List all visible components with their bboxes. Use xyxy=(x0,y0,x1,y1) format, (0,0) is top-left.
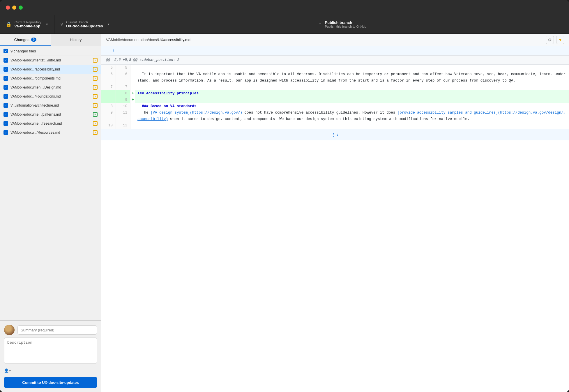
line-num-new: 10 xyxy=(116,103,130,110)
diff-header: VAMobile/documentation/docs/UX/accessibi… xyxy=(101,34,569,46)
diff-sign xyxy=(130,103,135,110)
file-checkbox[interactable]: ✓ xyxy=(3,67,8,72)
file-name: VAMobile/doc.../accessibility.md xyxy=(10,67,91,71)
tab-history-label: History xyxy=(70,38,82,42)
diff-line-content: The [VA design system](https://design.va… xyxy=(135,110,569,122)
hunk-header-top[interactable]: ⋮ ↑ xyxy=(101,46,569,55)
file-status-badge: • xyxy=(93,58,98,63)
file-name: V.../information-architecture.md xyxy=(10,103,91,107)
file-name: VAMobile/docu.../Resources.md xyxy=(10,130,91,135)
settings-button[interactable]: ⚙ xyxy=(546,36,554,44)
diff-line: 6 6 It is important that the VA mobile a… xyxy=(101,71,569,84)
diff-line-content xyxy=(135,65,569,71)
file-checkbox[interactable]: ✓ xyxy=(3,85,8,90)
diff-line: 9 11 The [VA design system](https://desi… xyxy=(101,110,569,122)
diff-sign xyxy=(130,110,135,122)
file-status-badge: • xyxy=(93,76,98,81)
title-bar xyxy=(0,0,569,15)
file-checkbox[interactable]: ✓ xyxy=(3,112,8,117)
expand-bottom-button[interactable]: ⋮ ↓ xyxy=(101,129,569,140)
line-num-old: 8 xyxy=(101,103,116,110)
file-item[interactable]: ✓ VAMobile/doc.../Foundations.md • xyxy=(0,92,101,101)
diff-line: 10 12 xyxy=(101,122,569,129)
file-checkbox[interactable]: ✓ xyxy=(3,121,8,126)
file-list: ✓ VAMobile/documentat.../intro.md • ✓ VA… xyxy=(0,56,101,320)
file-item[interactable]: ✓ VAMobile/docume.../research.md • xyxy=(0,119,101,128)
description-textarea[interactable] xyxy=(4,338,97,364)
publish-branch-button[interactable]: ↑ Publish branch Publish this branch to … xyxy=(116,15,569,33)
repo-selector[interactable]: 🔒 Current Repository va-mobile-app ▼ xyxy=(0,15,54,33)
file-status-badge: • xyxy=(93,85,98,90)
diff-sign: + xyxy=(130,97,135,103)
diff-sign: + xyxy=(130,90,135,97)
summary-input[interactable] xyxy=(17,325,97,335)
line-num-old: 5 xyxy=(101,65,116,71)
publish-sublabel: Publish this branch to GitHub xyxy=(325,25,366,28)
diff-controls: ⚙ ▼ xyxy=(546,36,564,44)
co-author-button[interactable]: 👤+ xyxy=(4,367,97,374)
tab-changes[interactable]: Changes 9 xyxy=(0,34,51,46)
tab-changes-badge: 9 xyxy=(31,38,36,42)
co-author-icon: 👤+ xyxy=(4,368,11,373)
file-status-badge: • xyxy=(93,94,98,99)
file-name: VAMobile/documen.../Design.md xyxy=(10,85,91,89)
file-item[interactable]: ✓ VAMobile/doc.../components.md • xyxy=(0,74,101,83)
file-item[interactable]: ✓ VAMobile/documentat.../intro.md • xyxy=(0,56,101,65)
file-item[interactable]: ✓ VAMobile/documen.../Design.md • xyxy=(0,83,101,92)
file-item[interactable]: ✓ VAMobile/doc.../accessibility.md • xyxy=(0,65,101,74)
repo-label: Current Repository xyxy=(15,20,41,24)
diff-line-content xyxy=(135,84,569,90)
repo-chevron-icon: ▼ xyxy=(45,23,48,26)
line-num-old xyxy=(101,97,116,103)
file-status-badge: • xyxy=(93,103,98,108)
line-num-old: 10 xyxy=(101,122,116,129)
file-item[interactable]: ✓ V.../information-architecture.md • xyxy=(0,101,101,110)
file-checkbox[interactable]: ✓ xyxy=(3,76,8,81)
file-status-badge: • xyxy=(93,121,98,126)
branch-chevron-icon: ▼ xyxy=(107,23,110,26)
tab-history[interactable]: History xyxy=(51,34,101,46)
sidebar: Changes 9 History ✓ 9 changed files ✓ VA… xyxy=(0,34,101,392)
file-checkbox[interactable]: ✓ xyxy=(3,94,8,99)
select-all-checkbox[interactable]: ✓ xyxy=(3,49,8,53)
branch-info: Current Branch UX-doc-site-updates xyxy=(66,20,103,28)
changed-files-count: 9 changed files xyxy=(10,49,36,53)
diff-line: 8 10 ### Based on VA standards xyxy=(101,103,569,110)
line-num-old xyxy=(101,90,116,97)
line-num-new: 5 xyxy=(116,65,130,71)
file-checkbox[interactable]: ✓ xyxy=(3,58,8,63)
file-name: VAMobile/doc.../Foundations.md xyxy=(10,94,91,98)
line-num-old: 7 xyxy=(101,84,116,90)
file-item[interactable]: ✓ VAMobile/docume.../patterns.md + xyxy=(0,110,101,119)
diff-sign xyxy=(130,65,135,71)
branch-value: UX-doc-site-updates xyxy=(66,24,103,28)
diff-line-content xyxy=(135,122,569,129)
diff-line: 9 + xyxy=(101,97,569,103)
expand-down-icon: ⋮ xyxy=(332,133,335,137)
file-status-badge: • xyxy=(93,130,98,135)
maximize-button[interactable] xyxy=(19,6,23,10)
traffic-lights xyxy=(6,6,23,10)
avatar xyxy=(4,325,15,335)
sidebar-tabs: Changes 9 History xyxy=(0,34,101,46)
diff-line: 5 5 xyxy=(101,65,569,71)
diff-line-content: It is important that the VA mobile app i… xyxy=(135,71,569,84)
line-num-new: 11 xyxy=(116,110,130,122)
diff-line-content: ### Based on VA standards xyxy=(135,103,569,110)
close-button[interactable] xyxy=(6,6,10,10)
line-num-new: 12 xyxy=(116,122,130,129)
minimize-button[interactable] xyxy=(12,6,16,10)
diff-line-content: +## Accessibility principles xyxy=(135,90,569,97)
file-checkbox[interactable]: ✓ xyxy=(3,130,8,135)
file-item[interactable]: ✓ VAMobile/docu.../Resources.md • xyxy=(0,128,101,137)
hunk-info: @@ -5,6 +5,8 @@ sidebar_position: 2 xyxy=(101,55,569,65)
file-checkbox[interactable]: ✓ xyxy=(3,103,8,108)
commit-button[interactable]: Commit to UX-doc-site-updates xyxy=(4,377,97,388)
line-num-old: 9 xyxy=(101,110,116,122)
chevron-down-icon[interactable]: ▼ xyxy=(556,36,564,44)
branch-selector[interactable]: ⑂ Current Branch UX-doc-site-updates ▼ xyxy=(54,15,116,33)
commit-row xyxy=(4,325,97,335)
hunk-range: @@ -5,6 +5,8 @@ sidebar_position: 2 xyxy=(106,58,179,62)
diff-content: ⋮ ↑ @@ -5,6 +5,8 @@ sidebar_position: 2 … xyxy=(101,46,569,392)
avatar-image xyxy=(4,325,15,335)
